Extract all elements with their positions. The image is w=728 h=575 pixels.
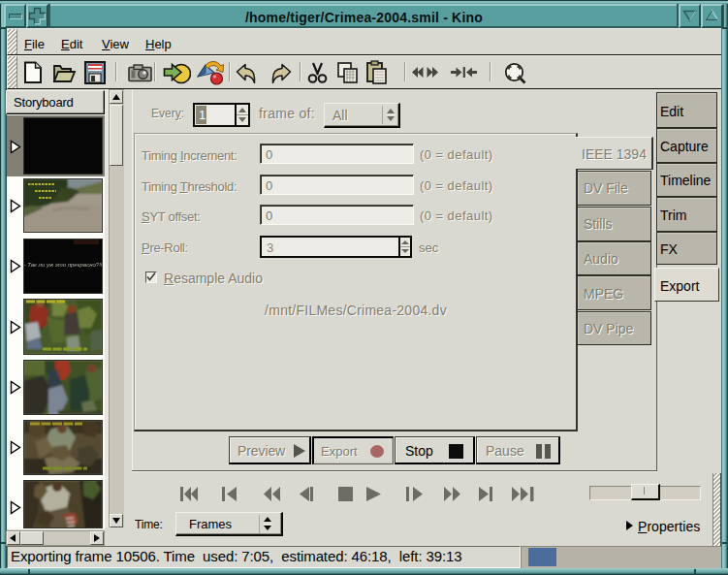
svg-text:- Так ли уж это прекрасно?!!: - Так ли уж это прекрасно?!!	[24, 262, 103, 268]
